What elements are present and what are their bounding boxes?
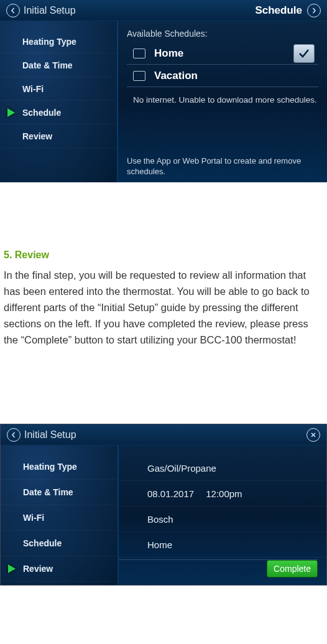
nav-item-heating-type[interactable]: Heating Type	[0, 30, 117, 54]
review-value-wifi: Bosch	[119, 506, 326, 532]
review-screen: Initial Setup Heating Type Date & Time W…	[0, 424, 327, 586]
active-marker-icon	[8, 564, 16, 573]
nav-item-date-time[interactable]: Date & Time	[1, 480, 117, 505]
checkbox-icon[interactable]	[133, 71, 145, 81]
section-heading: 5. Review	[4, 250, 323, 261]
nav-item-date-time[interactable]: Date & Time	[0, 54, 117, 77]
nav-item-label: Review	[23, 564, 53, 574]
schedule-main-panel: Available Schedules: Home Vacation No in…	[118, 21, 327, 182]
nav-item-label: Review	[22, 131, 52, 141]
nav-item-label: Wi-Fi	[22, 84, 44, 94]
active-marker-icon	[7, 108, 15, 117]
nav-item-schedule[interactable]: Schedule	[0, 101, 117, 124]
nav-item-schedule[interactable]: Schedule	[1, 531, 117, 556]
nav-item-label: Date & Time	[22, 60, 73, 70]
section-body: In the final step, you will be requested…	[4, 267, 323, 348]
review-main-panel: Gas/Oil/Propane 08.01.2017 12:00pm Bosch…	[119, 446, 326, 585]
nav-item-label: Wi-Fi	[23, 513, 44, 523]
schedule-row-vacation[interactable]: Vacation	[127, 65, 318, 87]
review-value-date-time: 08.01.2017 12:00pm	[119, 481, 326, 506]
setup-step-nav: Heating Type Date & Time Wi-Fi Schedule …	[1, 446, 119, 585]
available-schedules-label: Available Schedules:	[127, 29, 318, 39]
schedule-name: Home	[154, 47, 288, 60]
titlebar-right-label: Schedule	[255, 4, 302, 17]
nav-item-heating-type[interactable]: Heating Type	[1, 454, 117, 480]
no-internet-status: No internet. Unable to download more sch…	[133, 95, 318, 106]
nav-item-label: Schedule	[23, 538, 62, 548]
forward-icon[interactable]	[307, 4, 321, 17]
complete-button[interactable]: Complete	[267, 560, 318, 577]
nav-item-label: Heating Type	[22, 37, 76, 47]
nav-item-wifi[interactable]: Wi-Fi	[0, 77, 117, 101]
nav-item-label: Schedule	[22, 108, 61, 118]
checkbox-icon[interactable]	[133, 49, 145, 58]
review-value-schedule: Home	[119, 532, 326, 558]
nav-item-review[interactable]: Review	[1, 556, 117, 582]
schedule-footnote: Use the App or Web Portal to create and …	[127, 156, 318, 177]
manual-section-review: 5. Review In the final step, you will be…	[0, 182, 327, 424]
setup-step-nav: Heating Type Date & Time Wi-Fi Schedule …	[0, 21, 118, 182]
titlebar-left-label: Initial Setup	[24, 429, 76, 441]
titlebar-left-label: Initial Setup	[24, 5, 76, 16]
review-value-heating-type: Gas/Oil/Propane	[119, 455, 326, 481]
nav-item-label: Heating Type	[23, 462, 77, 472]
back-icon[interactable]	[6, 4, 20, 17]
schedule-screen: Initial Setup Schedule Heating Type Date…	[0, 0, 327, 182]
titlebar: Initial Setup Schedule	[0, 0, 327, 21]
schedule-row-home[interactable]: Home	[127, 42, 318, 65]
schedule-name: Vacation	[154, 70, 315, 82]
select-schedule-button[interactable]	[293, 44, 315, 63]
nav-item-label: Date & Time	[23, 487, 73, 497]
nav-item-wifi[interactable]: Wi-Fi	[1, 505, 117, 531]
titlebar: Initial Setup	[1, 424, 326, 446]
check-icon	[298, 49, 310, 58]
close-icon[interactable]	[306, 428, 320, 442]
back-icon[interactable]	[7, 428, 21, 442]
nav-item-review[interactable]: Review	[0, 124, 117, 148]
